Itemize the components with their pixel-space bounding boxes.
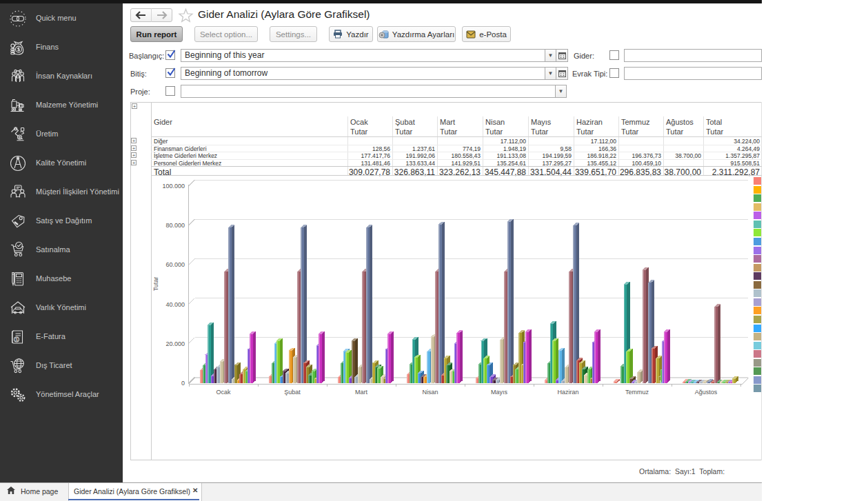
svg-text:Ağustos: Ağustos (695, 389, 718, 396)
svg-text:Haziran: Haziran (557, 389, 578, 396)
svg-text:Temmuz: Temmuz (625, 389, 649, 396)
svg-text:Ocak: Ocak (216, 389, 231, 396)
svg-text:Şubat: Şubat (284, 389, 301, 396)
svg-text:Mayıs: Mayıs (491, 389, 508, 396)
svg-text:40.000: 40.000 (165, 301, 185, 308)
svg-text:80.000: 80.000 (165, 222, 185, 229)
svg-text:60.000: 60.000 (165, 261, 185, 268)
svg-text:0: 0 (181, 380, 185, 387)
svg-text:100.000: 100.000 (162, 183, 185, 190)
svg-text:$: $ (15, 337, 18, 342)
svg-text:Mart: Mart (355, 389, 367, 396)
svg-text:20.000: 20.000 (165, 340, 185, 347)
svg-text:Tutar: Tutar (152, 277, 159, 292)
svg-text:Nisan: Nisan (422, 389, 438, 396)
